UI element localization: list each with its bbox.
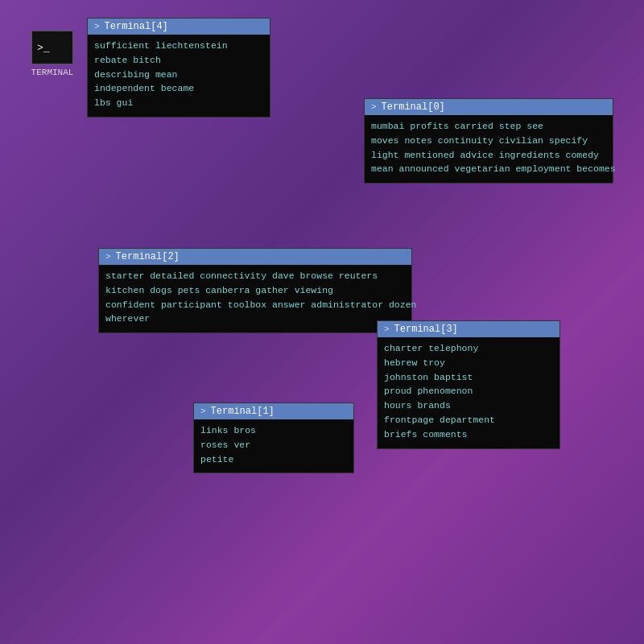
terminal-line: describing mean <box>94 68 263 82</box>
terminal-title-term4: Terminal[4] <box>105 21 168 32</box>
desktop-terminal-icon[interactable]: >_ TERMINAL <box>24 31 80 77</box>
terminal-body-term2: starter detailed connectivity dave brows… <box>99 265 411 332</box>
terminal-arrow-icon: > <box>200 407 206 416</box>
terminal-icon-label: TERMINAL <box>31 68 74 77</box>
terminal-titlebar-term1[interactable]: >Terminal[1] <box>194 403 353 419</box>
terminal-line: roses ver <box>200 438 347 452</box>
terminal-line: hebrew troy <box>384 356 553 370</box>
terminal-body-term1: links brosroses verpetite <box>194 419 353 473</box>
terminal-body-term4: sufficient liechtensteinrebate bitchdesc… <box>88 35 270 117</box>
terminal-window-term4[interactable]: >Terminal[4]sufficient liechtensteinreba… <box>87 18 270 118</box>
terminal-line: wherever <box>105 312 405 326</box>
terminal-line: mean announced vegetarian employment bec… <box>371 162 606 176</box>
terminal-arrow-icon: > <box>371 102 377 112</box>
terminal-line: moves notes continuity civilian specify <box>371 134 606 148</box>
terminal-arrow-icon: > <box>105 252 111 262</box>
terminal-window-term1[interactable]: >Terminal[1]links brosroses verpetite <box>193 402 354 473</box>
terminal-titlebar-term3[interactable]: >Terminal[3] <box>378 321 559 337</box>
terminal-window-term3[interactable]: >Terminal[3]charter telephonyhebrew troy… <box>377 320 560 449</box>
terminal-window-term2[interactable]: >Terminal[2]starter detailed connectivit… <box>98 248 412 333</box>
terminal-titlebar-term2[interactable]: >Terminal[2] <box>99 249 411 265</box>
terminal-line: rebate bitch <box>94 53 263 68</box>
terminal-line: links bros <box>200 423 347 438</box>
terminal-line: light mentioned advice ingredients comed… <box>371 148 606 163</box>
terminal-title-term2: Terminal[2] <box>116 251 180 262</box>
terminal-window-term0[interactable]: >Terminal[0]mumbai profits carried step … <box>364 98 613 184</box>
terminal-line: frontpage department <box>384 413 553 427</box>
terminal-line: starter detailed connectivity dave brows… <box>105 269 405 283</box>
terminal-title-term3: Terminal[3] <box>394 324 458 335</box>
terminal-line: lbs gui <box>94 96 263 110</box>
terminal-line: johnston baptist <box>384 370 553 385</box>
terminal-line: proud phenomenon <box>384 384 553 398</box>
terminal-prompt-symbol: >_ <box>37 42 50 54</box>
terminal-title-term1: Terminal[1] <box>211 406 275 417</box>
terminal-title-term0: Terminal[0] <box>382 101 445 113</box>
terminal-line: petite <box>200 452 347 467</box>
terminal-line: hours brands <box>384 398 553 413</box>
terminal-icon-box: >_ <box>31 31 73 64</box>
terminal-titlebar-term4[interactable]: >Terminal[4] <box>88 19 270 35</box>
terminal-body-term3: charter telephonyhebrew troyjohnston bap… <box>378 337 559 448</box>
terminal-line: independent became <box>94 81 263 96</box>
terminal-line: confident participant toolbox answer adm… <box>105 298 405 312</box>
terminal-titlebar-term0[interactable]: >Terminal[0] <box>365 99 613 115</box>
terminal-arrow-icon: > <box>384 324 390 334</box>
terminal-arrow-icon: > <box>94 22 100 31</box>
terminal-line: kitchen dogs pets canberra gather viewin… <box>105 283 405 298</box>
terminal-body-term0: mumbai profits carried step seemoves not… <box>365 115 613 183</box>
terminal-line: sufficient liechtenstein <box>94 39 263 53</box>
terminal-line: briefs comments <box>384 427 553 442</box>
terminal-line: mumbai profits carried step see <box>371 119 606 134</box>
terminal-line: charter telephony <box>384 341 553 356</box>
